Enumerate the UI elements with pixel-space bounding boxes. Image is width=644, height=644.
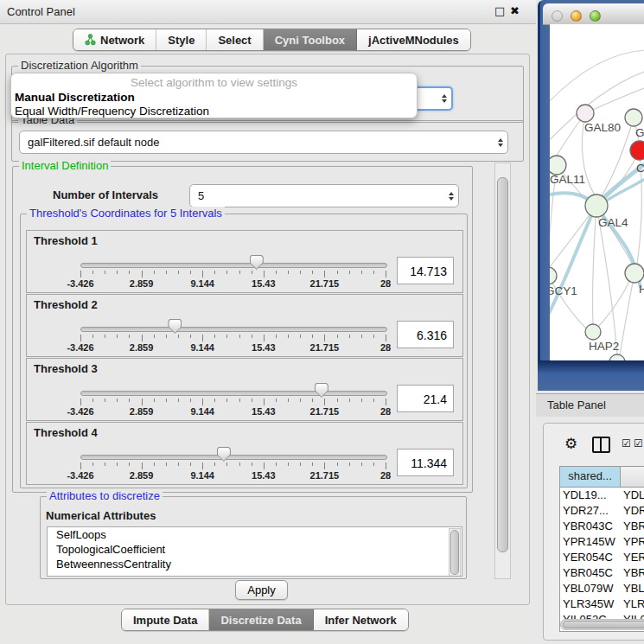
minimize-traffic-light-icon[interactable] [571,10,582,22]
number-of-intervals-combobox[interactable]: 5 [189,184,459,207]
tab-network[interactable]: Network [73,29,156,50]
table-cell: YER054C [560,550,621,565]
table-horizontal-scrollbar-thumb[interactable] [563,621,644,628]
table-row[interactable]: YBR045CYBR0 [560,565,644,581]
apply-button[interactable]: Apply [235,580,288,600]
threshold-slider-track[interactable] [80,455,387,460]
bottom-tab-bar: Impute DataDiscretize DataInfer Network [121,609,409,631]
algorithm-option-manual-discretization[interactable]: Manual Discretization [11,91,417,105]
numerical-attributes-list[interactable]: SelfLoopsTopologicalCoefficientBetweenne… [47,526,462,577]
interval-definition-group-title: Interval Definition [19,159,111,173]
network-graph: GAL80GALCGAL11GAL4GCY1HHAP2 [550,24,644,360]
tab-cyni-toolbox[interactable]: Cyni Toolbox [264,29,357,50]
tab-infer-network[interactable]: Infer Network [314,609,408,630]
top-tab-bar: NetworkStyleSelectCyni ToolboxjActiveMNo… [73,29,471,51]
threshold-label: Threshold 2 [34,298,98,311]
network-node-gal80[interactable] [577,105,594,122]
attributes-group: Attributes to discretize Numerical Attri… [40,496,467,579]
table-row[interactable]: YBR043CYBR0 [560,519,644,534]
tab-jactivemnodules[interactable]: jActiveMNodules [357,29,470,50]
table-data-value: galFiltered.sif default node [20,136,494,149]
threshold-slider-thumb[interactable] [250,255,264,270]
column-header-shared[interactable]: shared... [560,467,621,487]
tab-style[interactable]: Style [156,29,207,50]
threshold-slider-thumb[interactable] [217,447,231,462]
table-cell: YDR2 [621,503,644,519]
threshold-panel-3: Threshold 3-3.4262.8599.14415.4321.71528… [26,358,463,421]
table-panel-title: Table Panel [547,399,606,411]
attributes-scrollbar-thumb[interactable] [450,530,459,575]
close-button[interactable]: ✖ [510,4,520,17]
table-row[interactable]: YER054CYER0 [560,550,644,565]
threshold-label: Threshold 3 [34,362,98,375]
network-node-h[interactable] [625,264,644,283]
attribute-list-item[interactable]: SelfLoops [48,527,462,542]
network-node-gal4[interactable] [585,194,608,217]
threshold-slider-thumb[interactable] [315,383,328,398]
threshold-slider-thumb[interactable] [168,319,182,334]
tab-discretize-data[interactable]: Discretize Data [209,609,313,630]
network-icon [85,34,96,46]
attributes-scrollbar[interactable] [449,528,461,577]
table-cell: YBL079W [560,581,621,596]
interval-definition-group: Interval Definition Number of Intervals … [12,166,473,493]
threshold-value-field[interactable]: 21.4 [397,385,454,412]
threshold-value-field[interactable]: 14.713 [397,257,454,284]
table-cell: YLR345W [560,596,621,612]
zoom-traffic-light-icon[interactable] [590,10,601,22]
tab-label: Network [100,34,144,47]
gear-icon[interactable]: ⚙ [564,435,577,452]
column-header-na[interactable]: na [621,467,644,487]
network-node-gal[interactable] [625,109,642,126]
threshold-slider-track[interactable] [80,327,387,332]
table-panel-titlebar: Table Panel [536,393,644,418]
tab-impute-data[interactable]: Impute Data [122,609,209,630]
table-row[interactable]: YDR27...YDR2 [560,503,644,519]
slider-scale-labels: -3.4262.8599.14415.4321.71528 [80,342,386,354]
threshold-value-field[interactable]: 11.344 [397,449,454,476]
table-row[interactable]: YDL19...YDL1 [560,488,644,503]
table-cell: YLR3 [621,596,644,612]
slider-scale-labels: -3.4262.8599.14415.4321.71528 [80,470,386,481]
network-node-gcy1[interactable] [550,267,557,284]
main-scrollbar-thumb[interactable] [497,177,508,552]
network-node-gal11[interactable] [550,156,566,175]
close-traffic-light-icon[interactable] [552,10,563,22]
table-row[interactable]: YPR145WYPR1 [560,534,644,550]
tab-label: Cyni Toolbox [275,34,345,47]
table-cell: YBL0 [621,581,644,596]
threshold-slider-track[interactable] [80,263,387,268]
table-data-combobox[interactable]: galFiltered.sif default node [19,131,508,154]
threshold-slider-track[interactable] [80,391,387,396]
table-horizontal-scrollbar[interactable] [560,619,644,630]
table-cell: YDL19... [560,488,621,503]
float-button[interactable]: □ [494,4,505,17]
algorithm-option-equal-width-frequency-discretization[interactable]: Equal Width/Frequency Discretization [11,105,417,118]
table-panel-toolbar-card: ⚙ ☑ ☑ shared...na YDL19...YDL1YDR27...YD… [543,423,644,641]
network-view-canvas[interactable]: GAL80GALCGAL11GAL4GCY1HHAP2 [550,24,644,360]
tab-label: Discretize Data [220,614,301,627]
network-node-hap2[interactable] [585,324,601,340]
attribute-list-item[interactable]: BetweennessCentrality [48,557,462,571]
table-cell: YBR045C [560,565,621,581]
network-node-c[interactable] [630,141,644,160]
attribute-list-item[interactable]: TopologicalCoefficient [48,542,462,557]
table-cell: YDR27... [560,503,621,519]
tab-select[interactable]: Select [207,29,263,50]
algorithm-dropdown-popup: Select algorithm to view settings Manual… [10,73,418,118]
threshold-label: Threshold 4 [34,426,98,439]
threshold-value-field[interactable]: 6.316 [397,321,454,348]
network-edge [593,206,597,324]
checkbox-icon[interactable]: ☑ [634,437,643,450]
table-row[interactable]: YLR345WYLR3 [560,596,644,612]
number-of-intervals-label: Number of Intervals [53,188,158,201]
checkbox-icon[interactable]: ☑ [622,437,631,450]
tab-label: jActiveMNodules [368,34,459,47]
network-node[interactable] [609,354,625,360]
tab-label: Impute Data [133,614,197,627]
node-attribute-table[interactable]: shared...na YDL19...YDL1YDR27...YDR2YBR0… [559,466,644,632]
numerical-attributes-heading: Numerical Attributes [46,509,156,522]
main-scrollbar[interactable] [494,163,511,579]
table-row[interactable]: YBL079WYBL0 [560,581,644,596]
columns-icon[interactable] [592,437,610,453]
